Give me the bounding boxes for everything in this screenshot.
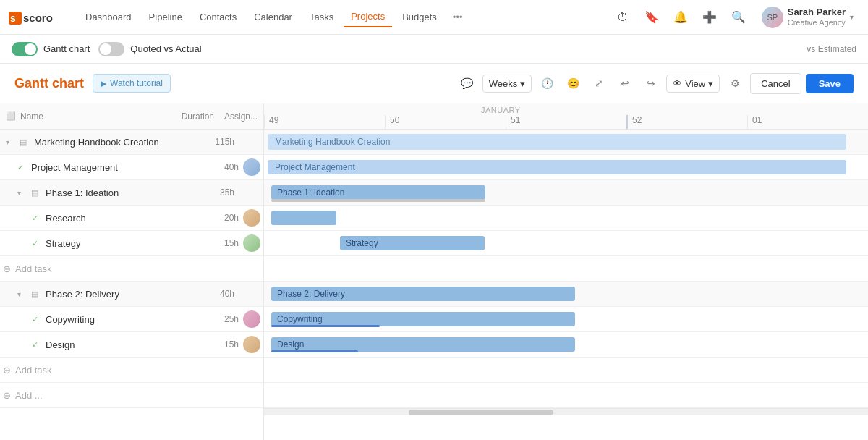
task-duration: 20h	[207, 213, 243, 223]
nav-pipeline[interactable]: Pipeline	[142, 7, 190, 27]
bar-row: Phase 1: Ideation	[264, 180, 868, 206]
progress-bar	[271, 325, 380, 327]
gantt-toggle[interactable]	[12, 42, 38, 56]
phase-icon: ▤	[31, 188, 43, 198]
watch-tutorial-button[interactable]: ▶ Watch tutorial	[93, 74, 171, 93]
task-row: ✓ Project Management 40h	[0, 155, 263, 180]
collapse-icon[interactable]: ▾	[6, 138, 17, 146]
cancel-button[interactable]: Cancel	[750, 73, 801, 94]
week-52: 52	[626, 115, 747, 129]
header-col-icon: ⬜	[6, 111, 16, 121]
chart-pane: JANUARY 49 50 51 52 01 Marketing Handboo…	[264, 103, 868, 440]
user-company: Creative Agency	[788, 18, 846, 28]
bar-label: Phase 2: Delivery	[277, 289, 345, 299]
gantt-bar[interactable]	[271, 211, 336, 225]
task-name[interactable]: Strategy	[46, 238, 207, 249]
bar-label: Design	[277, 339, 304, 350]
task-name[interactable]: Phase 1: Ideation	[46, 187, 203, 198]
task-name[interactable]: Research	[46, 213, 207, 224]
undo-icon[interactable]: ↩	[614, 72, 636, 94]
task-row: ▾ ▤ Phase 2: Delivery 40h	[0, 282, 263, 307]
task-name[interactable]: Design	[46, 339, 207, 350]
settings-icon[interactable]: ⚙	[724, 72, 746, 94]
quoted-toggle-wrap: Quoted vs Actual	[98, 42, 201, 56]
bell-icon[interactable]: 🔔	[669, 6, 692, 29]
add-icon-3: ⊕	[3, 390, 11, 401]
expand-icon[interactable]: ⤢	[588, 72, 610, 94]
gantt-bar[interactable]: Phase 1: Ideation	[271, 185, 485, 200]
gantt-bar[interactable]: Strategy	[340, 236, 485, 250]
search-icon[interactable]: 🔍	[727, 6, 750, 29]
task-name[interactable]: Project Management	[31, 162, 207, 173]
gantt-chart-label: Gantt chart	[43, 43, 90, 54]
user-menu[interactable]: SP Sarah Parker Creative Agency ▾	[756, 4, 859, 31]
week-51: 51	[506, 115, 626, 129]
comment-icon[interactable]: 💬	[456, 72, 478, 94]
quoted-toggle[interactable]	[98, 42, 124, 56]
nav-tasks[interactable]: Tasks	[302, 7, 341, 27]
plus-icon[interactable]: ➕	[698, 6, 721, 29]
add-group-button[interactable]: Add ...	[15, 390, 43, 401]
add-task-button[interactable]: Add task	[15, 263, 52, 274]
nav-calendar[interactable]: Calendar	[247, 7, 299, 27]
bookmark-icon[interactable]: 🔖	[640, 6, 663, 29]
avatar: SP	[762, 7, 783, 28]
add-task-button-2[interactable]: Add task	[15, 365, 52, 376]
nav-dashboard[interactable]: Dashboard	[78, 7, 139, 27]
gantt-bar[interactable]: Phase 2: Delivery	[271, 287, 575, 301]
nav-budgets[interactable]: Budgets	[395, 7, 444, 27]
view-selector[interactable]: 👁 View ▾	[666, 75, 720, 93]
vs-estimated-label: vs Estimated	[807, 44, 856, 54]
user-chevron-icon: ▾	[850, 13, 854, 21]
emoji-icon[interactable]: 😊	[562, 72, 584, 94]
view-label: View	[685, 78, 705, 89]
gantt-toggle-wrap: Gantt chart	[12, 42, 90, 56]
check-icon: ✓	[17, 163, 29, 172]
task-name[interactable]: Phase 2: Delivery	[46, 289, 203, 300]
nav-contacts[interactable]: Contacts	[192, 7, 244, 27]
task-name[interactable]: Marketing Handbook Creation	[34, 137, 203, 148]
nav-right: ⏱ 🔖 🔔 ➕ 🔍 SP Sarah Parker Creative Agenc…	[611, 4, 859, 31]
collapse-icon[interactable]: ▾	[17, 189, 29, 197]
task-name[interactable]: Copywriting	[46, 314, 207, 325]
nav-projects[interactable]: Projects	[344, 7, 392, 28]
timer-icon[interactable]: ⏱	[611, 6, 634, 29]
scrollbar-thumb[interactable]	[409, 410, 553, 415]
redo-icon[interactable]: ↪	[640, 72, 662, 94]
clock-icon[interactable]: 🕐	[536, 72, 558, 94]
avatar	[243, 158, 260, 176]
task-duration: 35h	[203, 187, 239, 198]
task-row: ▾ ▤ Marketing Handbook Creation 115h	[0, 130, 263, 155]
task-row: ✓ Design 15h	[0, 332, 263, 358]
gantt-bar[interactable]: Copywriting	[271, 312, 575, 326]
save-button[interactable]: Save	[806, 74, 854, 93]
week-49: 49	[264, 115, 385, 129]
horizontal-scrollbar[interactable]	[264, 408, 868, 415]
month-label: JANUARY	[481, 106, 521, 114]
col-duration-header: Duration	[171, 111, 214, 122]
collapse-icon[interactable]: ▾	[17, 290, 29, 298]
bar-row-empty-3	[264, 383, 868, 408]
user-info: Sarah Parker Creative Agency	[788, 7, 846, 28]
col-assignee-header: Assign...	[214, 111, 258, 122]
gantt-title: Gantt chart	[14, 76, 84, 91]
avatar	[243, 336, 260, 353]
bar-row: Strategy	[264, 231, 868, 256]
gantt-bar[interactable]: Project Management	[268, 160, 846, 174]
task-pane: ⬜ Name Duration Assign... ▾ ▤ Marketing …	[0, 103, 264, 440]
weeks-selector[interactable]: Weeks ▾	[482, 75, 532, 93]
bar-row: Design	[264, 332, 868, 358]
logo[interactable]: s scoro	[9, 9, 67, 26]
gantt-bar[interactable]: Marketing Handbook Creation	[268, 134, 846, 150]
weeks-label: Weeks	[489, 78, 518, 89]
progress-bar-2	[271, 350, 358, 352]
gantt-bar[interactable]: Design	[271, 337, 575, 352]
task-duration: 40h	[203, 289, 239, 299]
task-duration: 40h	[207, 162, 243, 172]
task-row: ✓ Copywriting 25h	[0, 307, 263, 332]
bar-label: Marketing Handbook Creation	[275, 137, 390, 147]
add-icon-2: ⊕	[3, 365, 11, 376]
add-group-row: ⊕ Add ...	[0, 383, 263, 408]
bar-row: Marketing Handbook Creation	[264, 130, 868, 155]
nav-more[interactable]: •••	[447, 7, 469, 27]
